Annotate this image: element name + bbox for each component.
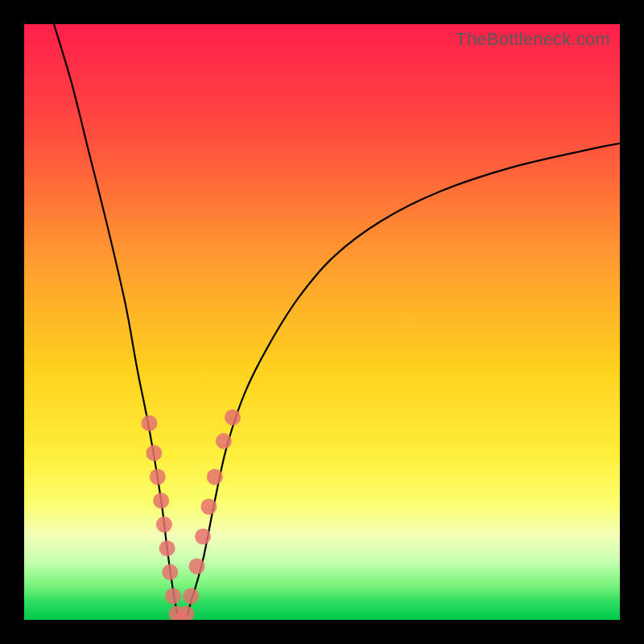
highlight-dot [216,433,232,449]
highlight-dot [183,588,199,604]
highlight-dot [159,540,175,556]
highlight-markers [141,409,241,620]
watermark-text: TheBottleneck.com [456,29,610,50]
highlight-dot [207,469,223,485]
highlight-dot [141,415,157,431]
highlight-dot [200,498,217,514]
highlight-dot [153,493,169,509]
highlight-dot [225,409,241,425]
highlight-dot [165,588,181,604]
chart-frame: TheBottleneck.com [0,0,644,644]
highlight-dot [150,469,166,485]
plot-area: TheBottleneck.com [24,24,620,620]
highlight-dot [146,445,162,461]
curve-layer [24,24,620,620]
highlight-dot [156,517,172,533]
highlight-dot [162,564,178,580]
highlight-dot [195,528,211,544]
highlight-dot [189,558,205,574]
bottleneck-curve [54,24,620,620]
